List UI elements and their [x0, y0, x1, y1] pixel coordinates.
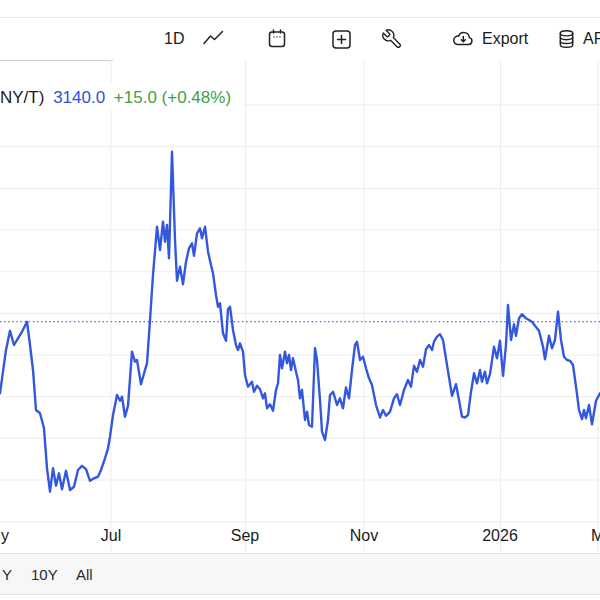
- range-bar: Y10YAll: [0, 553, 600, 595]
- quote-bar: NY/T) 3140.0 +15.0 (+0.48%): [0, 85, 243, 110]
- x-axis-label: M: [591, 527, 600, 545]
- range-button-10y[interactable]: 10Y: [31, 554, 58, 594]
- range-button-y[interactable]: Y: [2, 554, 12, 594]
- x-axis-label: y: [1, 527, 9, 545]
- symbol-label: NY/T): [0, 88, 44, 107]
- x-axis-label: Sep: [231, 527, 259, 545]
- last-price: 3140.0: [53, 88, 105, 107]
- range-button-all[interactable]: All: [76, 554, 93, 594]
- x-axis-label: 2026: [482, 527, 518, 545]
- price-change: +15.0 (+0.48%): [114, 88, 231, 107]
- x-axis-label: Jul: [101, 527, 121, 545]
- x-axis: yJulSepNov2026M: [0, 527, 600, 545]
- x-axis-label: Nov: [350, 527, 378, 545]
- app-window: 1D: [0, 0, 600, 600]
